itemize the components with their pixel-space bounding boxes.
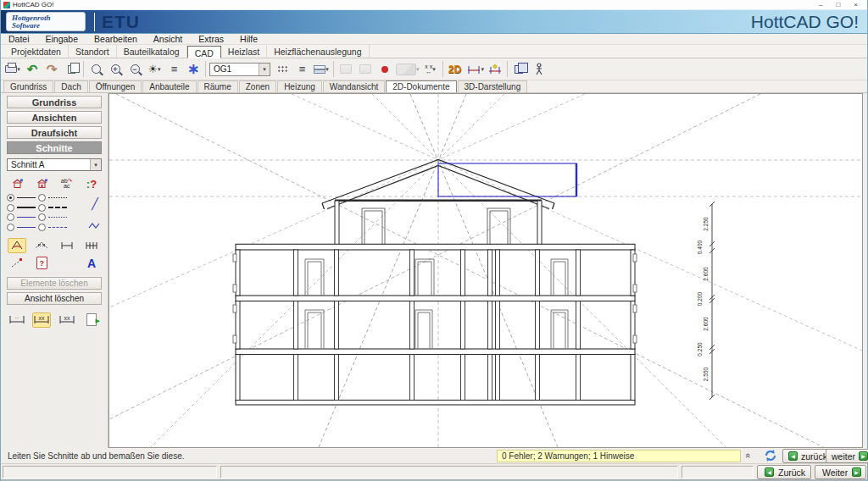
line-style-radio-8[interactable] [38,224,46,231]
close-button[interactable]: × [854,1,858,9]
sidebar-button-grundriss[interactable]: Grundriss [7,96,102,108]
grid-snap-button[interactable] [274,61,291,78]
zoom-out-button[interactable]: − [126,61,143,78]
angle-tool-icon [10,240,24,251]
zoom-window-button[interactable] [87,61,104,78]
move-labels-button[interactable]: x x ↔ ▾ [422,61,439,78]
sidebar-button-ansichten[interactable]: Ansichten [7,111,102,124]
viewtab-dach[interactable]: Dach [54,80,87,92]
line-style-radio-6[interactable] [38,204,46,212]
rename-button[interactable]: ab↷ ac [58,176,76,191]
viewtab-3d-darstellung[interactable]: 3D-Darstellung [458,80,528,92]
dimension-chain-button[interactable] [82,238,101,253]
storey-visibility-button[interactable]: ▾ [313,61,330,78]
line-style-sample [48,207,67,208]
dimension-single-button[interactable] [58,238,76,253]
walkthrough-3d-button[interactable] [531,61,548,78]
alarm-button[interactable] [376,61,393,78]
line-style-radio-1[interactable] [7,194,14,202]
display-options-button[interactable]: ≡ [165,61,182,78]
text-tool-button[interactable]: A [82,256,101,271]
measure-chain-button[interactable] [32,238,51,253]
viewtab-anbauteile[interactable]: Anbauteile [142,80,196,92]
export-view-button[interactable] [82,312,101,328]
menu-bar: Datei Eingabe Bearbeiten Ansicht Extras … [1,34,867,45]
view-3d-button[interactable] [511,61,528,78]
tab-heizlast[interactable]: Heizlast [221,45,267,58]
tab-bauteilkatalog[interactable]: Bauteilkatalog [117,45,187,58]
tab-projektdaten[interactable]: Projektdaten [4,45,69,58]
help-button[interactable]: :? [82,176,101,191]
print-button[interactable]: ▾ [4,61,21,78]
viewtab-oeffnungen[interactable]: Öffnungen [89,80,142,92]
svg-text:0.200: 0.200 [697,291,703,306]
menu-item-bearbeiten[interactable]: Bearbeiten [94,34,137,44]
drawing-canvas[interactable]: 2.250 0.400 2.600 0.200 2.600 0.250 2.55… [108,93,863,448]
back-button[interactable]: ◀ Zurück [757,465,811,479]
report-button[interactable]: ? [32,256,51,271]
sidebar-button-draufsicht[interactable]: Draufsicht [7,126,102,139]
collapse-chevron-icon[interactable]: « [743,453,754,458]
line-style-radio-3[interactable] [7,213,14,221]
dimension-settings-button[interactable] [487,61,504,78]
menu-item-hilfe[interactable]: Hilfe [240,34,258,44]
maximize-button[interactable]: □ [836,1,840,9]
section-combobox[interactable]: Schnitt A ▾ [7,158,102,171]
menu-item-datei[interactable]: Datei [8,34,30,44]
page-question-icon: ? [36,257,47,269]
separator [333,61,334,77]
line-style-radio-5[interactable] [38,194,46,202]
draw-polyline-button[interactable] [88,222,102,229]
viewtab-grundriss[interactable]: Grundriss [3,80,53,92]
dim-format-xx-active-button[interactable]: xx [32,312,51,328]
level-value: OG1 [214,64,231,74]
zoom-in-button[interactable]: + [107,61,124,78]
next-small-button[interactable]: weiter ▶ [826,449,868,463]
viewtab-heizung[interactable]: Heizung [277,80,322,92]
tab-heizflaechenauslegung[interactable]: Heizflächenauslegung [267,45,369,58]
sketch-line-button[interactable] [8,256,26,271]
viewtab-2d-dokumente[interactable]: 2D-Dokumente [386,80,456,92]
derive-section-button[interactable] [8,176,26,191]
brightness-button[interactable]: ☀▾ [146,61,163,78]
combobox-arrow-icon[interactable]: ▾ [259,64,270,75]
draw-line-button[interactable]: ╱ [92,197,98,210]
undo-button[interactable]: ↶ [24,61,41,78]
combobox-arrow-icon[interactable]: ▾ [90,159,101,170]
section-selection-rect[interactable] [438,163,576,196]
viewtab-wandansicht[interactable]: Wandansicht [323,80,385,92]
dim-format-dots-button[interactable]: ·· [8,312,26,328]
line-style-radio-2[interactable] [7,204,14,212]
viewtab-zonen[interactable]: Zonen [239,80,276,92]
tab-cad[interactable]: CAD [187,46,221,58]
next-button[interactable]: Weiter ▶ [815,465,866,479]
delete-view-button[interactable]: Ansicht löschen [7,292,102,305]
background-image-button[interactable]: ▾ [396,61,420,78]
labels-2d-button[interactable]: 2D [447,61,464,78]
line-style-radio-7[interactable] [38,213,46,221]
redo-button[interactable]: ↷ [43,61,60,78]
copy-view-button[interactable] [63,61,80,78]
title-bar: HottCAD GO! – □ × [1,0,867,9]
menu-item-eingabe[interactable]: Eingabe [46,34,79,44]
measure-angle-button[interactable] [8,238,26,253]
viewtab-raeume[interactable]: Räume [198,80,238,92]
regenerate-button[interactable]: ∗ [185,61,202,78]
derive-section-all-button[interactable] [32,176,51,191]
line-style-sample [48,227,67,228]
refresh-button[interactable] [764,449,777,466]
menu-item-extras[interactable]: Extras [198,34,224,44]
minimize-button[interactable]: – [819,1,822,9]
tab-standort[interactable]: Standort [69,45,117,58]
level-combobox[interactable]: OG1 ▾ [209,63,270,76]
menu-item-ansicht[interactable]: Ansicht [153,34,182,44]
wall-corner-tool-button[interactable] [357,61,374,78]
dim-format-xx-button[interactable]: xx [58,312,76,328]
line-style-radio-4[interactable] [7,224,14,231]
dimension-button[interactable]: ▾ [466,61,485,78]
wall-tool-button[interactable] [337,61,354,78]
delete-elements-button[interactable]: Elemente löschen [7,277,102,290]
toolbar: ▾ ↶ ↷ + − ☀▾ ≡ ∗ OG1 ▾ ≡ ▾ ▾ [1,58,867,80]
sidebar-button-schnitte[interactable]: Schnitte [7,141,102,154]
storey-list-button[interactable]: ≡ [293,61,310,78]
